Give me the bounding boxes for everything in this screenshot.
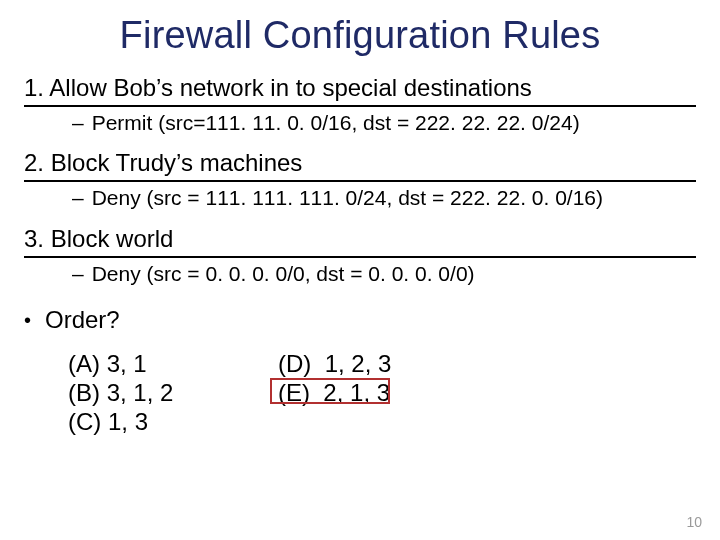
- rule-detail-text: Deny (src = 0. 0. 0. 0/0, dst = 0. 0. 0.…: [92, 262, 475, 286]
- slide: Firewall Configuration Rules 1. Allow Bo…: [0, 0, 720, 540]
- rule-detail-text: Deny (src = 111. 111. 111. 0/24, dst = 2…: [92, 186, 603, 210]
- slide-body: 1. Allow Bob’s network in to special des…: [24, 75, 696, 437]
- option-b: (B) 3, 1, 2: [68, 379, 278, 408]
- option-e: (E) 2, 1, 3: [278, 379, 478, 408]
- rule-number: 1.: [24, 74, 44, 101]
- options: (A) 3, 1 (B) 3, 1, 2 (C) 1, 3 (D) 1, 2, …: [68, 350, 696, 437]
- slide-title: Firewall Configuration Rules: [24, 14, 696, 57]
- page-number: 10: [686, 514, 702, 530]
- rule-item-3: 3. Block world: [24, 226, 696, 258]
- rule-detail-2: – Deny (src = 111. 111. 111. 0/24, dst =…: [72, 186, 696, 210]
- options-col-right: (D) 1, 2, 3 (E) 2, 1, 3: [278, 350, 478, 437]
- bullet-icon: •: [24, 310, 31, 330]
- rule-detail-text: Permit (src=111. 11. 0. 0/16, dst = 222.…: [92, 111, 580, 135]
- question-text: Order?: [45, 307, 120, 334]
- option-text: 3, 1: [107, 350, 147, 377]
- option-text: 3, 1, 2: [107, 379, 174, 406]
- option-label: (C): [68, 408, 101, 435]
- rule-number: 2.: [24, 149, 44, 176]
- rule-item-1: 1. Allow Bob’s network in to special des…: [24, 75, 696, 107]
- rule-detail-3: – Deny (src = 0. 0. 0. 0/0, dst = 0. 0. …: [72, 262, 696, 286]
- option-label: (A): [68, 350, 100, 377]
- rule-detail-1: – Permit (src=111. 11. 0. 0/16, dst = 22…: [72, 111, 696, 135]
- rule-number: 3.: [24, 225, 44, 252]
- option-label: (D): [278, 350, 311, 377]
- option-text: 1, 3: [108, 408, 148, 435]
- option-d: (D) 1, 2, 3: [278, 350, 478, 379]
- rule-heading: Block world: [51, 225, 174, 252]
- option-text: 1, 2, 3: [325, 350, 392, 377]
- option-label: (B): [68, 379, 100, 406]
- option-a: (A) 3, 1: [68, 350, 278, 379]
- rule-heading: Block Trudy’s machines: [51, 149, 303, 176]
- option-label: (E): [278, 379, 310, 406]
- dash-icon: –: [72, 262, 84, 286]
- option-c: (C) 1, 3: [68, 408, 278, 437]
- options-col-left: (A) 3, 1 (B) 3, 1, 2 (C) 1, 3: [68, 350, 278, 437]
- dash-icon: –: [72, 111, 84, 135]
- option-text: 2, 1, 3: [323, 379, 390, 406]
- rule-item-2: 2. Block Trudy’s machines: [24, 150, 696, 182]
- rule-heading: Allow Bob’s network in to special destin…: [49, 74, 531, 101]
- dash-icon: –: [72, 186, 84, 210]
- question-row: • Order?: [24, 307, 696, 334]
